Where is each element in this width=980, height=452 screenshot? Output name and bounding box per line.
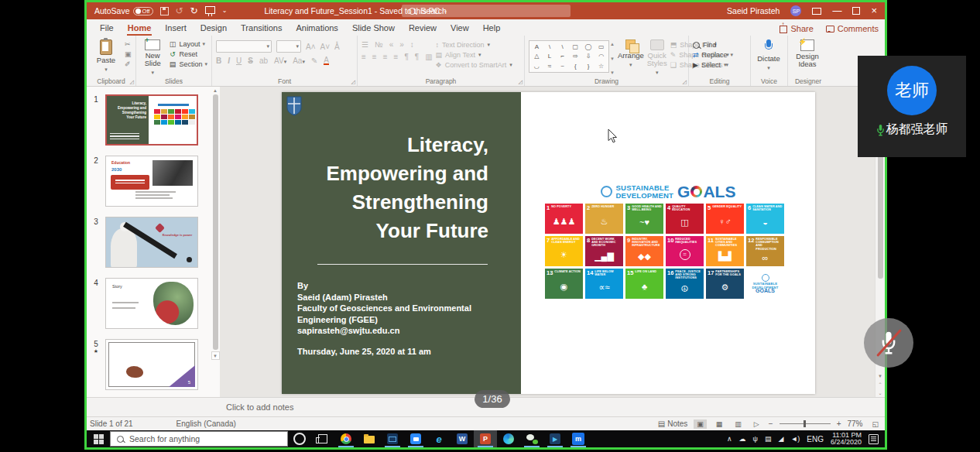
find-button[interactable]: Find	[693, 41, 733, 49]
highlight-button[interactable]: ✎	[311, 56, 317, 65]
taskbar-clock[interactable]: 11:01 PM 6/24/2020	[831, 432, 862, 447]
rtl-button[interactable]: ¶	[415, 53, 419, 61]
thumbnail-preview[interactable]: Knowledge is power	[105, 217, 198, 268]
fit-slide-button[interactable]: ◱	[869, 419, 882, 429]
zoom-slider[interactable]	[780, 423, 831, 424]
align-center-button[interactable]: ≡	[372, 53, 377, 61]
shapes-gallery[interactable]: A\\▢◯▭△L⌐⇨⇩◠◡≈~{}☆	[529, 40, 609, 73]
text-direction-button[interactable]: ↕Text Direction▾	[436, 41, 512, 49]
autosave-toggle[interactable]: AutoSave Off	[94, 6, 153, 15]
convert-smartart-button[interactable]: ❖Convert to SmartArt▾	[436, 61, 512, 69]
hidden-icons-chevron-icon[interactable]: ∧	[727, 435, 732, 443]
shape-glyph-7-icon[interactable]: △	[534, 53, 539, 60]
teacher-video-tile[interactable]: 老师 杨都强老师	[858, 56, 966, 157]
tab-design[interactable]: Design	[194, 22, 234, 36]
thumb-scroll-up-icon[interactable]: ▲	[213, 88, 218, 93]
video-player-icon[interactable]: ▶	[543, 430, 567, 447]
shape-glyph-8-icon[interactable]: L	[548, 53, 551, 60]
slideshow-view-button[interactable]: ▷	[751, 419, 762, 429]
thumbnail-preview[interactable]: Education2030	[105, 156, 198, 207]
align-text-button[interactable]: ▤Align Text▾	[436, 51, 512, 59]
onedrive-cloud-icon[interactable]: ☁	[739, 435, 746, 443]
save-icon[interactable]	[160, 7, 169, 15]
shape-glyph-9-icon[interactable]: ⌐	[560, 53, 564, 60]
shape-glyph-4-icon[interactable]: ▢	[573, 43, 579, 50]
tray-device-icon[interactable]: ▤	[765, 435, 772, 443]
decrease-indent-button[interactable]: «	[389, 40, 394, 49]
shape-glyph-10-icon[interactable]: ⇨	[573, 53, 578, 60]
clear-formatting-button[interactable]: A̽	[334, 43, 340, 51]
clipboard-dialog-launcher[interactable]: ◿	[130, 79, 134, 85]
slide-thumbnail-3[interactable]: 3Knowledge is power	[87, 217, 220, 268]
increase-font-button[interactable]: A˄	[306, 43, 316, 51]
font-size-select[interactable]: ▾	[276, 40, 301, 53]
start-slideshow-icon[interactable]	[205, 6, 215, 14]
shape-glyph-15-icon[interactable]: ~	[560, 63, 564, 70]
user-name[interactable]: Saeid Pirasteh	[727, 6, 780, 15]
reset-button[interactable]: ↺Reset	[168, 50, 207, 58]
justify-button[interactable]: ≡	[394, 53, 399, 61]
shape-glyph-3-icon[interactable]: \	[562, 43, 564, 50]
font-name-select[interactable]: ▾	[216, 40, 272, 53]
tab-animations[interactable]: Animations	[289, 22, 344, 36]
shapes-more-icon[interactable]: ▼	[610, 70, 615, 75]
zoom-slider-thumb[interactable]	[804, 420, 806, 427]
customize-qat-icon[interactable]: ⌄	[222, 6, 228, 15]
shape-glyph-13-icon[interactable]: ◡	[534, 63, 540, 70]
align-right-button[interactable]: ≡	[383, 53, 388, 61]
line-spacing-button[interactable]: ↕	[410, 40, 414, 49]
drawing-dialog-launcher[interactable]: ◿	[683, 79, 687, 85]
italic-button[interactable]: I	[228, 56, 230, 65]
thumbnail-preview[interactable]: Story	[105, 278, 198, 329]
shape-glyph-17-icon[interactable]: }	[588, 63, 590, 70]
network-icon[interactable]: ◢	[778, 435, 783, 443]
next-slide-button[interactable]: ⌄	[876, 389, 884, 397]
notes-toggle-button[interactable]: ▤Notes	[658, 419, 688, 428]
user-avatar[interactable]: SP	[790, 5, 801, 16]
shape-glyph-12-icon[interactable]: ◠	[598, 53, 604, 60]
tray-mic-icon[interactable]: ψ	[753, 435, 758, 443]
volume-icon[interactable]: ◄)	[790, 435, 800, 443]
autosave-switch[interactable]: Off	[133, 7, 153, 15]
slide-thumbnail-5[interactable]: 5★5	[87, 339, 220, 390]
language-status[interactable]: English (Canada)	[176, 419, 236, 428]
bullets-button[interactable]: ☰	[362, 40, 368, 49]
ribbon-display-options-icon[interactable]	[812, 8, 821, 15]
task-view-button[interactable]	[311, 430, 334, 447]
strikethrough-button[interactable]: S	[248, 56, 253, 65]
action-center-icon[interactable]	[869, 434, 879, 444]
new-slide-button[interactable]: New Slide ▾	[140, 38, 165, 77]
normal-view-button[interactable]: ▣	[694, 419, 707, 429]
zoom-app-icon[interactable]	[404, 430, 427, 447]
cortana-button[interactable]	[288, 430, 311, 447]
zoom-in-button[interactable]: +	[837, 419, 841, 428]
thumb-scroll-thumb[interactable]	[213, 94, 218, 350]
internet-explorer-icon[interactable]: e	[427, 430, 451, 447]
change-case-button[interactable]: Aa▾	[293, 56, 305, 65]
remote-desktop-icon[interactable]	[381, 430, 404, 447]
reading-view-button[interactable]: ▥	[732, 419, 745, 429]
font-dialog-launcher[interactable]: ◿	[351, 79, 355, 85]
shape-glyph-1-icon[interactable]: A	[535, 43, 539, 50]
zoom-level[interactable]: 77%	[847, 419, 862, 428]
slide-thumbnail-2[interactable]: 2Education2030	[87, 156, 220, 207]
powerpoint-icon[interactable]: P	[474, 430, 497, 447]
shape-glyph-5-icon[interactable]: ◯	[585, 43, 592, 50]
tab-insert[interactable]: Insert	[158, 22, 194, 36]
shapes-down-icon[interactable]: ▼	[610, 56, 615, 61]
slide-thumbnail-1[interactable]: 1Literacy,Empowering andStrengtheningYou…	[87, 94, 220, 146]
increase-indent-button[interactable]: »	[399, 40, 404, 49]
tab-help[interactable]: Help	[476, 22, 508, 36]
thumb-scroll-down-icon[interactable]: ▼	[211, 351, 220, 360]
copy-button[interactable]: ▣	[125, 50, 132, 58]
paste-button[interactable]: Paste ▾	[91, 38, 122, 77]
thumbnail-scrollbar[interactable]: ▲ ▼	[211, 88, 219, 396]
minimize-button[interactable]: —	[832, 6, 841, 15]
layout-button[interactable]: ◫Layout▾	[168, 40, 207, 48]
edge-icon[interactable]	[497, 430, 520, 447]
thumbnail-preview[interactable]: Literacy,Empowering andStrengtheningYour…	[105, 94, 198, 146]
shape-glyph-2-icon[interactable]: \	[549, 43, 550, 50]
format-painter-button[interactable]: ✐	[125, 60, 132, 68]
slide-canvas[interactable]: Literacy, Empowering and Strengthening Y…	[282, 92, 815, 394]
search-box[interactable]: Search	[402, 5, 571, 17]
